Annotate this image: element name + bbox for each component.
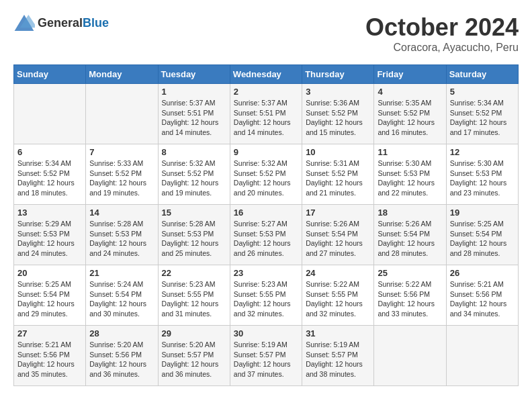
sunset-text: Sunset: 5:56 PM (450, 289, 515, 300)
daylight-text: Daylight: 12 hours and 19 minutes. (89, 178, 154, 197)
sunrise-text: Sunrise: 5:37 AM (162, 98, 226, 108)
daylight-text: Daylight: 12 hours and 24 minutes. (17, 238, 82, 258)
calendar-cell: 17Sunrise: 5:26 AMSunset: 5:54 PMDayligh… (302, 205, 374, 265)
sunrise-text: Sunrise: 5:34 AM (17, 158, 82, 169)
day-number: 17 (306, 208, 370, 218)
day-number: 3 (306, 87, 370, 97)
daylight-text: Daylight: 12 hours and 32 minutes. (306, 299, 370, 318)
sunrise-text: Sunrise: 5:21 AM (17, 340, 82, 350)
day-info: Sunrise: 5:32 AMSunset: 5:52 PMDaylight:… (162, 158, 226, 198)
sunset-text: Sunset: 5:54 PM (17, 289, 82, 300)
weekday-header-monday: Monday (86, 65, 158, 84)
day-number: 31 (306, 328, 370, 338)
calendar-cell: 31Sunrise: 5:19 AMSunset: 5:57 PMDayligh… (302, 326, 374, 386)
day-info: Sunrise: 5:22 AMSunset: 5:56 PMDaylight:… (378, 279, 442, 319)
daylight-text: Daylight: 12 hours and 30 minutes. (89, 299, 154, 318)
day-number: 19 (450, 208, 515, 218)
weekday-header-friday: Friday (374, 65, 446, 84)
daylight-text: Daylight: 12 hours and 36 minutes. (89, 359, 154, 379)
day-info: Sunrise: 5:31 AMSunset: 5:52 PMDaylight:… (306, 158, 370, 198)
daylight-text: Daylight: 12 hours and 27 minutes. (306, 238, 370, 258)
day-number: 21 (89, 268, 154, 278)
day-info: Sunrise: 5:20 AMSunset: 5:56 PMDaylight:… (89, 340, 154, 379)
calendar-table: SundayMondayTuesdayWednesdayThursdayFrid… (13, 64, 519, 386)
sunrise-text: Sunrise: 5:22 AM (306, 279, 370, 289)
day-number: 7 (89, 147, 154, 157)
sunset-text: Sunset: 5:53 PM (378, 169, 442, 179)
sunset-text: Sunset: 5:56 PM (17, 350, 82, 360)
sunrise-text: Sunrise: 5:32 AM (162, 158, 226, 169)
daylight-text: Daylight: 12 hours and 28 minutes. (450, 238, 515, 258)
page-header: GeneralBlue October 2024 Coracora, Ayacu… (13, 13, 519, 54)
calendar-cell: 4Sunrise: 5:35 AMSunset: 5:52 PMDaylight… (374, 84, 446, 144)
day-number: 5 (450, 87, 515, 97)
day-info: Sunrise: 5:37 AMSunset: 5:51 PMDaylight:… (162, 98, 226, 138)
day-number: 22 (162, 268, 226, 278)
calendar-week-row: 13Sunrise: 5:29 AMSunset: 5:53 PMDayligh… (14, 205, 519, 265)
day-number: 15 (162, 208, 226, 218)
title-area: October 2024 Coracora, Ayacucho, Peru (365, 13, 519, 54)
sunrise-text: Sunrise: 5:36 AM (306, 98, 370, 108)
calendar-cell: 21Sunrise: 5:24 AMSunset: 5:54 PMDayligh… (86, 265, 158, 326)
day-info: Sunrise: 5:34 AMSunset: 5:52 PMDaylight:… (450, 98, 515, 138)
calendar-week-row: 6Sunrise: 5:34 AMSunset: 5:52 PMDaylight… (14, 144, 519, 205)
day-info: Sunrise: 5:23 AMSunset: 5:55 PMDaylight:… (234, 279, 298, 319)
sunrise-text: Sunrise: 5:20 AM (162, 340, 226, 350)
sunrise-text: Sunrise: 5:33 AM (89, 158, 154, 169)
daylight-text: Daylight: 12 hours and 20 minutes. (234, 178, 298, 197)
logo-icon (13, 13, 35, 32)
sunset-text: Sunset: 5:51 PM (162, 108, 226, 118)
daylight-text: Daylight: 12 hours and 18 minutes. (17, 178, 82, 197)
daylight-text: Daylight: 12 hours and 36 minutes. (162, 359, 226, 379)
sunset-text: Sunset: 5:52 PM (378, 108, 442, 118)
calendar-cell: 12Sunrise: 5:30 AMSunset: 5:53 PMDayligh… (446, 144, 518, 205)
day-info: Sunrise: 5:28 AMSunset: 5:53 PMDaylight:… (89, 219, 154, 259)
daylight-text: Daylight: 12 hours and 37 minutes. (234, 359, 298, 379)
sunrise-text: Sunrise: 5:30 AM (450, 158, 515, 169)
calendar-cell: 15Sunrise: 5:28 AMSunset: 5:53 PMDayligh… (158, 205, 230, 265)
sunset-text: Sunset: 5:52 PM (234, 169, 298, 179)
daylight-text: Daylight: 12 hours and 22 minutes. (378, 178, 442, 197)
logo: GeneralBlue (13, 13, 109, 32)
daylight-text: Daylight: 12 hours and 25 minutes. (162, 238, 226, 258)
day-number: 20 (17, 268, 82, 278)
calendar-cell: 22Sunrise: 5:23 AMSunset: 5:55 PMDayligh… (158, 265, 230, 326)
sunset-text: Sunset: 5:54 PM (378, 229, 442, 239)
sunrise-text: Sunrise: 5:26 AM (378, 219, 442, 229)
day-info: Sunrise: 5:27 AMSunset: 5:53 PMDaylight:… (234, 219, 298, 259)
sunrise-text: Sunrise: 5:26 AM (306, 219, 370, 229)
sunset-text: Sunset: 5:57 PM (162, 350, 226, 360)
day-info: Sunrise: 5:19 AMSunset: 5:57 PMDaylight:… (306, 340, 370, 379)
sunrise-text: Sunrise: 5:34 AM (450, 98, 515, 108)
calendar-cell: 5Sunrise: 5:34 AMSunset: 5:52 PMDaylight… (446, 84, 518, 144)
sunrise-text: Sunrise: 5:30 AM (378, 158, 442, 169)
calendar-cell: 1Sunrise: 5:37 AMSunset: 5:51 PMDaylight… (158, 84, 230, 144)
day-number: 23 (234, 268, 298, 278)
daylight-text: Daylight: 12 hours and 14 minutes. (234, 118, 298, 137)
sunset-text: Sunset: 5:51 PM (234, 108, 298, 118)
day-number: 11 (378, 147, 442, 157)
logo-blue-text: Blue (83, 16, 109, 30)
sunrise-text: Sunrise: 5:32 AM (234, 158, 298, 169)
location-subtitle: Coracora, Ayacucho, Peru (365, 42, 519, 54)
day-info: Sunrise: 5:35 AMSunset: 5:52 PMDaylight:… (378, 98, 442, 138)
calendar-week-row: 27Sunrise: 5:21 AMSunset: 5:56 PMDayligh… (14, 326, 519, 386)
calendar-cell: 19Sunrise: 5:25 AMSunset: 5:54 PMDayligh… (446, 205, 518, 265)
calendar-cell: 18Sunrise: 5:26 AMSunset: 5:54 PMDayligh… (374, 205, 446, 265)
calendar-header: SundayMondayTuesdayWednesdayThursdayFrid… (14, 65, 519, 84)
day-info: Sunrise: 5:32 AMSunset: 5:52 PMDaylight:… (234, 158, 298, 198)
calendar-cell: 6Sunrise: 5:34 AMSunset: 5:52 PMDaylight… (14, 144, 86, 205)
sunset-text: Sunset: 5:54 PM (306, 229, 370, 239)
calendar-cell (14, 84, 86, 144)
daylight-text: Daylight: 12 hours and 29 minutes. (17, 299, 82, 318)
sunset-text: Sunset: 5:53 PM (162, 229, 226, 239)
sunset-text: Sunset: 5:55 PM (162, 289, 226, 300)
calendar-cell (446, 326, 518, 386)
daylight-text: Daylight: 12 hours and 14 minutes. (162, 118, 226, 137)
day-info: Sunrise: 5:21 AMSunset: 5:56 PMDaylight:… (450, 279, 515, 319)
day-number: 27 (17, 328, 82, 338)
sunrise-text: Sunrise: 5:28 AM (162, 219, 226, 229)
day-info: Sunrise: 5:28 AMSunset: 5:53 PMDaylight:… (162, 219, 226, 259)
sunrise-text: Sunrise: 5:22 AM (378, 279, 442, 289)
sunset-text: Sunset: 5:52 PM (162, 169, 226, 179)
